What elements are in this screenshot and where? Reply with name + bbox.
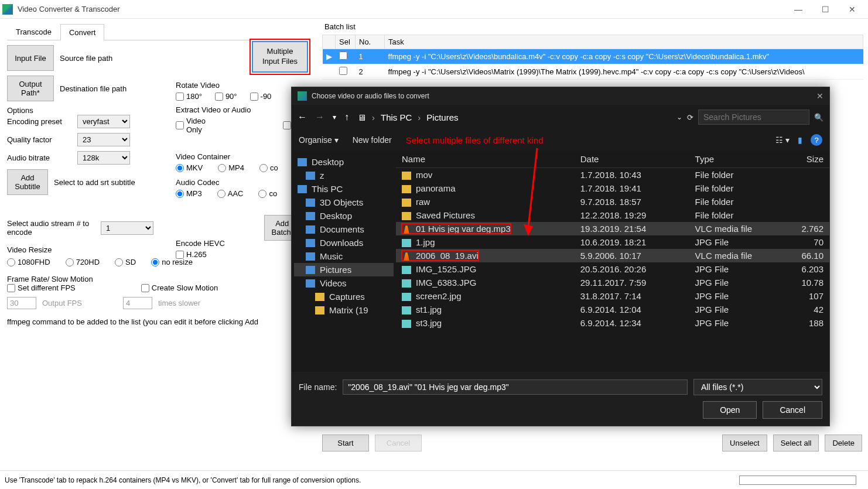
slowmo-input[interactable] — [123, 297, 152, 309]
refresh-icon[interactable]: ⟳ — [687, 113, 693, 122]
audio-stream-select[interactable]: 1 — [101, 221, 153, 235]
rotate-180-checkbox[interactable] — [176, 93, 184, 101]
unselect-button[interactable]: Unselect — [722, 435, 767, 452]
help-icon[interactable]: ? — [811, 134, 822, 146]
file-row[interactable]: IMG_1525.JPG20.5.2016. 20:26JPG File6.20… — [396, 262, 829, 276]
col-sel[interactable]: Sel — [336, 35, 356, 49]
tree-item[interactable]: Documents — [294, 223, 394, 236]
container-mp4-radio[interactable] — [218, 164, 226, 172]
path-pictures[interactable]: Pictures — [426, 112, 458, 122]
tree-item[interactable]: Matrix (19 — [294, 303, 394, 317]
nav-up-button[interactable]: ↑ — [344, 112, 349, 122]
path-dropdown-icon[interactable]: ⌄ — [676, 113, 682, 121]
file-row[interactable]: IMG_6383.JPG29.11.2017. 7:59JPG File10.7… — [396, 276, 829, 289]
new-folder-button[interactable]: New folder — [353, 135, 392, 145]
codec-aac-radio[interactable] — [217, 190, 225, 198]
audio-only-checkbox[interactable] — [283, 121, 291, 129]
tab-convert[interactable]: Convert — [60, 24, 105, 40]
video-only-checkbox[interactable] — [176, 121, 184, 129]
col-task[interactable]: Task — [385, 35, 863, 49]
tree-item[interactable]: Pictures — [294, 263, 394, 276]
add-subtitle-button[interactable]: Add Subtitle — [7, 169, 48, 195]
tab-transcode[interactable]: Transcode — [7, 23, 60, 40]
tree-item[interactable]: Videos — [294, 276, 394, 290]
col-name[interactable]: Name — [396, 151, 575, 168]
fps-title: Frame Rate/ Slow Motion — [7, 275, 310, 283]
maximize-button[interactable]: ☐ — [812, 0, 839, 19]
open-button[interactable]: Open — [703, 401, 757, 419]
resize-none-radio[interactable] — [151, 258, 159, 266]
resize-1080-radio[interactable] — [7, 258, 15, 266]
folder-tree[interactable]: DesktopzThis PC3D ObjectsDesktopDocument… — [292, 151, 396, 372]
output-path-button[interactable]: Output Path* — [7, 76, 54, 101]
audio-bitrate-select[interactable]: 128k — [77, 151, 130, 165]
file-row[interactable]: 1.jpg10.6.2019. 18:21JPG File70 — [396, 235, 829, 249]
container-title: Video Container — [176, 152, 305, 161]
tree-item[interactable]: 3D Objects — [294, 196, 394, 209]
tree-item[interactable]: z — [294, 169, 394, 182]
col-no[interactable]: No. — [356, 35, 385, 49]
file-row[interactable]: st1.jpg6.9.2014. 12:04JPG File42 — [396, 303, 829, 316]
minimize-button[interactable]: — — [785, 0, 812, 19]
nav-back-button[interactable]: ← — [298, 112, 307, 122]
batch-row[interactable]: ▶1ffmpeg -y -i "C:\Users\z\Videos\bundal… — [323, 49, 863, 64]
file-row[interactable]: 2006_08_19.avi5.9.2006. 10:17VLC media f… — [396, 249, 829, 262]
batch-row-checkbox[interactable] — [339, 52, 347, 60]
delete-button[interactable]: Delete — [825, 435, 862, 452]
batch-row-checkbox[interactable] — [339, 67, 347, 75]
h265-checkbox[interactable] — [176, 251, 184, 259]
slowmo-hint: times slower — [158, 299, 200, 307]
file-row[interactable]: panorama1.7.2018. 19:41File folder — [396, 182, 829, 195]
annotation-text: Select multiple files of different kind — [406, 135, 544, 145]
codec-mp3-radio[interactable] — [176, 190, 184, 198]
preset-select[interactable]: veryfast — [77, 115, 130, 128]
nav-recent-button[interactable]: ▾ — [333, 113, 336, 121]
select-all-button[interactable]: Select all — [773, 435, 819, 452]
file-list[interactable]: Name Date Type Size mov1.7.2018. 10:43Fi… — [396, 151, 829, 372]
codec-co-radio[interactable] — [258, 190, 266, 198]
file-row[interactable]: 01 Hvis jeg var deg.mp319.3.2019. 21:54V… — [396, 222, 829, 235]
rotate-neg90-checkbox[interactable] — [250, 93, 258, 101]
container-co-radio[interactable] — [259, 164, 268, 172]
hevc-title: Encode HEVC — [176, 239, 293, 248]
col-date[interactable]: Date — [575, 151, 689, 168]
batch-row[interactable]: 2ffmpeg -y -i "C:\Users\z\Videos\Matrix … — [323, 64, 863, 80]
filename-input[interactable] — [343, 379, 688, 395]
set-fps-checkbox[interactable] — [7, 284, 15, 292]
multiple-input-button[interactable]: Multiple Input Files — [252, 41, 308, 73]
preview-pane-icon[interactable]: ▮ — [798, 135, 802, 145]
rotate-90-checkbox[interactable] — [215, 93, 223, 101]
audio-bitrate-label: Audio bitrate — [7, 153, 71, 162]
fps-input[interactable] — [7, 297, 36, 309]
search-icon[interactable]: 🔍 — [814, 113, 823, 122]
dialog-cancel-button[interactable]: Cancel — [763, 401, 822, 419]
tree-item[interactable]: Captures — [294, 290, 394, 303]
quality-select[interactable]: 23 — [77, 133, 130, 146]
col-type[interactable]: Type — [689, 151, 785, 168]
view-mode-icon[interactable]: ☷ ▾ — [775, 135, 790, 145]
file-row[interactable]: raw9.7.2018. 18:57File folder — [396, 195, 829, 208]
col-size[interactable]: Size — [785, 151, 829, 168]
tree-item[interactable]: Desktop — [294, 209, 394, 223]
close-button[interactable]: ✕ — [839, 0, 866, 19]
filter-select[interactable]: All files (*.*) — [693, 379, 822, 395]
search-input[interactable] — [698, 110, 809, 125]
path-thispc[interactable]: This PC — [381, 112, 412, 122]
file-row[interactable]: screen2.jpg31.8.2017. 7:14JPG File107 — [396, 289, 829, 303]
resize-sd-radio[interactable] — [115, 258, 123, 266]
tree-item[interactable]: Desktop — [294, 155, 394, 169]
slowmo-checkbox[interactable] — [141, 284, 149, 292]
input-file-button[interactable]: Input File — [7, 45, 54, 71]
multiple-input-highlight: Multiple Input Files — [250, 39, 310, 75]
organise-button[interactable]: Organise ▾ — [299, 135, 339, 145]
start-button[interactable]: Start — [322, 435, 369, 452]
file-row[interactable]: mov1.7.2018. 10:43File folder — [396, 168, 829, 182]
resize-720-radio[interactable] — [66, 258, 74, 266]
container-mkv-radio[interactable] — [176, 164, 184, 172]
dialog-close-button[interactable]: ✕ — [816, 91, 823, 101]
file-row[interactable]: Saved Pictures12.2.2018. 19:29File folde… — [396, 208, 829, 222]
file-row[interactable]: st3.jpg6.9.2014. 12:34JPG File188 — [396, 316, 829, 330]
tree-item[interactable]: Music — [294, 249, 394, 263]
tree-item[interactable]: This PC — [294, 182, 394, 196]
tree-item[interactable]: Downloads — [294, 236, 394, 249]
